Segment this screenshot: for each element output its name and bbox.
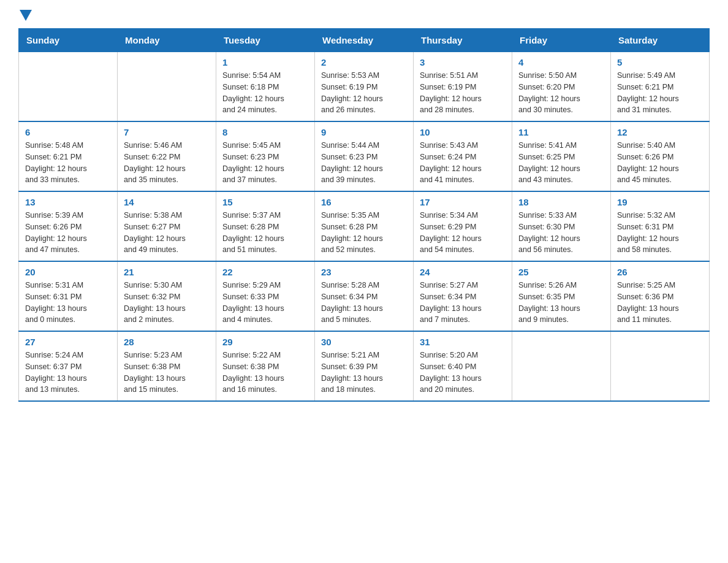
day-number: 5 (617, 57, 703, 67)
day-info: Sunrise: 5:39 AM Sunset: 6:26 PM Dayligh… (25, 210, 111, 256)
day-number: 22 (222, 267, 308, 277)
day-number: 19 (617, 197, 703, 207)
day-info: Sunrise: 5:53 AM Sunset: 6:19 PM Dayligh… (321, 70, 407, 116)
day-number: 7 (124, 127, 210, 137)
day-info: Sunrise: 5:54 AM Sunset: 6:18 PM Dayligh… (222, 70, 308, 116)
weekday-header-sunday: Sunday (19, 29, 118, 52)
day-info: Sunrise: 5:41 AM Sunset: 6:25 PM Dayligh… (518, 140, 604, 186)
day-info: Sunrise: 5:32 AM Sunset: 6:31 PM Dayligh… (617, 210, 703, 256)
calendar-cell: 2Sunrise: 5:53 AM Sunset: 6:19 PM Daylig… (315, 52, 414, 122)
day-info: Sunrise: 5:40 AM Sunset: 6:26 PM Dayligh… (617, 140, 703, 186)
day-number: 31 (420, 337, 506, 347)
calendar-cell: 15Sunrise: 5:37 AM Sunset: 6:28 PM Dayli… (216, 191, 315, 261)
weekday-header-friday: Friday (512, 29, 611, 52)
calendar-cell: 27Sunrise: 5:24 AM Sunset: 6:37 PM Dayli… (19, 331, 118, 401)
day-info: Sunrise: 5:33 AM Sunset: 6:30 PM Dayligh… (518, 210, 604, 256)
day-info: Sunrise: 5:31 AM Sunset: 6:31 PM Dayligh… (25, 280, 111, 326)
calendar-cell: 13Sunrise: 5:39 AM Sunset: 6:26 PM Dayli… (19, 191, 118, 261)
day-info: Sunrise: 5:24 AM Sunset: 6:37 PM Dayligh… (25, 350, 111, 396)
calendar-cell: 5Sunrise: 5:49 AM Sunset: 6:21 PM Daylig… (611, 52, 710, 122)
page-header (18, 12, 710, 22)
day-number: 28 (124, 337, 210, 347)
weekday-header-tuesday: Tuesday (216, 29, 315, 52)
calendar-cell: 28Sunrise: 5:23 AM Sunset: 6:38 PM Dayli… (118, 331, 216, 401)
day-info: Sunrise: 5:21 AM Sunset: 6:39 PM Dayligh… (321, 350, 407, 396)
calendar-cell: 22Sunrise: 5:29 AM Sunset: 6:33 PM Dayli… (216, 261, 315, 331)
calendar-cell: 17Sunrise: 5:34 AM Sunset: 6:29 PM Dayli… (414, 191, 512, 261)
day-info: Sunrise: 5:48 AM Sunset: 6:21 PM Dayligh… (25, 140, 111, 186)
day-number: 1 (222, 57, 308, 67)
day-number: 15 (222, 197, 308, 207)
svg-marker-0 (20, 10, 32, 21)
calendar-week-row: 27Sunrise: 5:24 AM Sunset: 6:37 PM Dayli… (19, 331, 710, 401)
day-info: Sunrise: 5:34 AM Sunset: 6:29 PM Dayligh… (420, 210, 506, 256)
calendar-table: SundayMondayTuesdayWednesdayThursdayFrid… (18, 28, 710, 402)
day-info: Sunrise: 5:35 AM Sunset: 6:28 PM Dayligh… (321, 210, 407, 256)
calendar-cell: 20Sunrise: 5:31 AM Sunset: 6:31 PM Dayli… (19, 261, 118, 331)
day-number: 24 (420, 267, 506, 277)
day-number: 26 (617, 267, 703, 277)
calendar-cell: 21Sunrise: 5:30 AM Sunset: 6:32 PM Dayli… (118, 261, 216, 331)
calendar-cell (118, 52, 216, 122)
day-info: Sunrise: 5:45 AM Sunset: 6:23 PM Dayligh… (222, 140, 308, 186)
calendar-cell: 23Sunrise: 5:28 AM Sunset: 6:34 PM Dayli… (315, 261, 414, 331)
day-info: Sunrise: 5:37 AM Sunset: 6:28 PM Dayligh… (222, 210, 308, 256)
day-info: Sunrise: 5:49 AM Sunset: 6:21 PM Dayligh… (617, 70, 703, 116)
calendar-week-row: 13Sunrise: 5:39 AM Sunset: 6:26 PM Dayli… (19, 191, 710, 261)
weekday-header-monday: Monday (118, 29, 216, 52)
day-number: 23 (321, 267, 407, 277)
day-number: 10 (420, 127, 506, 137)
day-info: Sunrise: 5:23 AM Sunset: 6:38 PM Dayligh… (124, 350, 210, 396)
day-number: 27 (25, 337, 111, 347)
calendar-cell: 26Sunrise: 5:25 AM Sunset: 6:36 PM Dayli… (611, 261, 710, 331)
day-number: 4 (518, 57, 604, 67)
day-number: 13 (25, 197, 111, 207)
day-info: Sunrise: 5:38 AM Sunset: 6:27 PM Dayligh… (124, 210, 210, 256)
calendar-cell: 10Sunrise: 5:43 AM Sunset: 6:24 PM Dayli… (414, 121, 512, 191)
calendar-cell: 8Sunrise: 5:45 AM Sunset: 6:23 PM Daylig… (216, 121, 315, 191)
weekday-header-wednesday: Wednesday (315, 29, 414, 52)
day-info: Sunrise: 5:46 AM Sunset: 6:22 PM Dayligh… (124, 140, 210, 186)
day-number: 8 (222, 127, 308, 137)
day-info: Sunrise: 5:51 AM Sunset: 6:19 PM Dayligh… (420, 70, 506, 116)
logo (18, 12, 32, 22)
calendar-week-row: 20Sunrise: 5:31 AM Sunset: 6:31 PM Dayli… (19, 261, 710, 331)
day-number: 17 (420, 197, 506, 207)
day-number: 14 (124, 197, 210, 207)
calendar-cell: 19Sunrise: 5:32 AM Sunset: 6:31 PM Dayli… (611, 191, 710, 261)
logo-arrow-icon (20, 10, 32, 22)
day-number: 12 (617, 127, 703, 137)
calendar-cell: 31Sunrise: 5:20 AM Sunset: 6:40 PM Dayli… (414, 331, 512, 401)
calendar-cell: 30Sunrise: 5:21 AM Sunset: 6:39 PM Dayli… (315, 331, 414, 401)
calendar-cell: 1Sunrise: 5:54 AM Sunset: 6:18 PM Daylig… (216, 52, 315, 122)
day-number: 29 (222, 337, 308, 347)
day-number: 9 (321, 127, 407, 137)
calendar-cell: 6Sunrise: 5:48 AM Sunset: 6:21 PM Daylig… (19, 121, 118, 191)
calendar-cell: 18Sunrise: 5:33 AM Sunset: 6:30 PM Dayli… (512, 191, 611, 261)
calendar-cell (611, 331, 710, 401)
calendar-cell: 24Sunrise: 5:27 AM Sunset: 6:34 PM Dayli… (414, 261, 512, 331)
day-info: Sunrise: 5:30 AM Sunset: 6:32 PM Dayligh… (124, 280, 210, 326)
day-info: Sunrise: 5:50 AM Sunset: 6:20 PM Dayligh… (518, 70, 604, 116)
calendar-cell: 12Sunrise: 5:40 AM Sunset: 6:26 PM Dayli… (611, 121, 710, 191)
day-info: Sunrise: 5:25 AM Sunset: 6:36 PM Dayligh… (617, 280, 703, 326)
day-number: 18 (518, 197, 604, 207)
day-number: 11 (518, 127, 604, 137)
calendar-week-row: 1Sunrise: 5:54 AM Sunset: 6:18 PM Daylig… (19, 52, 710, 122)
calendar-cell: 3Sunrise: 5:51 AM Sunset: 6:19 PM Daylig… (414, 52, 512, 122)
day-number: 21 (124, 267, 210, 277)
calendar-week-row: 6Sunrise: 5:48 AM Sunset: 6:21 PM Daylig… (19, 121, 710, 191)
weekday-header-saturday: Saturday (611, 29, 710, 52)
day-info: Sunrise: 5:44 AM Sunset: 6:23 PM Dayligh… (321, 140, 407, 186)
day-info: Sunrise: 5:29 AM Sunset: 6:33 PM Dayligh… (222, 280, 308, 326)
day-number: 3 (420, 57, 506, 67)
weekday-header-thursday: Thursday (414, 29, 512, 52)
calendar-cell: 25Sunrise: 5:26 AM Sunset: 6:35 PM Dayli… (512, 261, 611, 331)
calendar-cell: 4Sunrise: 5:50 AM Sunset: 6:20 PM Daylig… (512, 52, 611, 122)
day-info: Sunrise: 5:20 AM Sunset: 6:40 PM Dayligh… (420, 350, 506, 396)
calendar-cell (19, 52, 118, 122)
calendar-cell: 9Sunrise: 5:44 AM Sunset: 6:23 PM Daylig… (315, 121, 414, 191)
calendar-header-row: SundayMondayTuesdayWednesdayThursdayFrid… (19, 29, 710, 52)
calendar-cell (512, 331, 611, 401)
day-number: 20 (25, 267, 111, 277)
